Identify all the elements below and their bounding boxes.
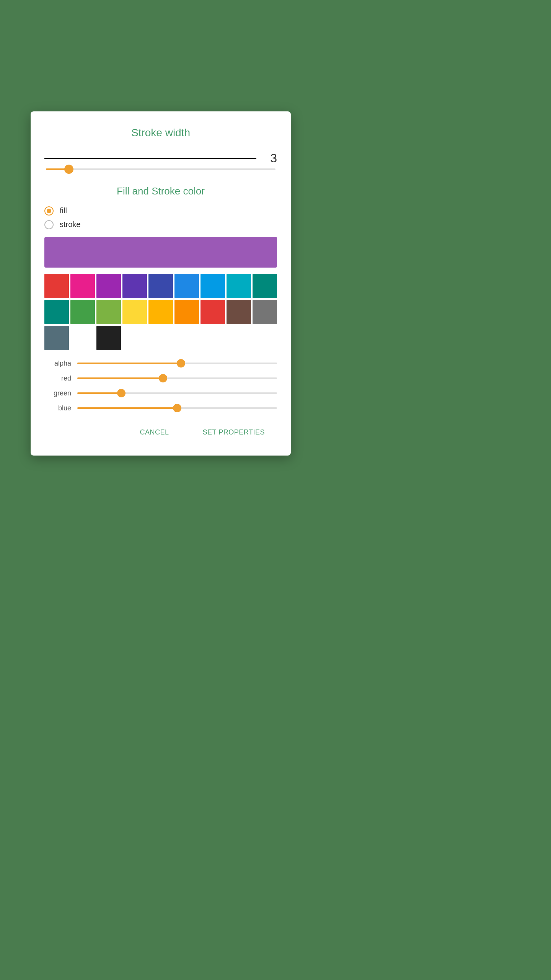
stroke-width-slider-track[interactable] — [46, 168, 276, 170]
green-slider-row: green — [44, 389, 277, 397]
color-cell-indigo[interactable] — [148, 274, 173, 298]
color-cell-green[interactable] — [70, 300, 95, 324]
color-cell-yellow[interactable] — [122, 300, 147, 324]
color-cell-empty-1 — [70, 326, 95, 350]
blue-slider-row: blue — [44, 404, 277, 412]
color-cell-empty-6 — [227, 326, 251, 350]
color-preview-bar[interactable] — [44, 237, 277, 268]
color-cell-red[interactable] — [44, 274, 69, 298]
fill-radio-item[interactable]: fill — [44, 206, 277, 216]
dialog-title: Stroke width — [44, 127, 277, 139]
color-cell-empty-3 — [148, 326, 173, 350]
alpha-slider-fill — [77, 363, 181, 364]
stroke-radio-label: stroke — [60, 220, 80, 229]
color-cell-teal2[interactable] — [44, 300, 69, 324]
color-cell-light-green[interactable] — [96, 300, 121, 324]
color-cell-purple[interactable] — [96, 274, 121, 298]
stroke-line-indicator — [44, 158, 256, 159]
fill-stroke-radio-group: fill stroke — [44, 206, 277, 229]
stroke-radio-button[interactable] — [44, 220, 54, 229]
color-cell-deep-orange[interactable] — [201, 300, 225, 324]
argb-sliders: alpha red green blue — [44, 359, 277, 412]
green-slider-thumb[interactable] — [117, 389, 126, 397]
color-cell-black[interactable] — [96, 326, 121, 350]
color-cell-light-blue[interactable] — [201, 274, 225, 298]
alpha-slider-track[interactable] — [77, 363, 277, 364]
blue-slider-track[interactable] — [77, 407, 277, 409]
fill-radio-label: fill — [60, 206, 67, 215]
set-properties-button[interactable]: SET PROPERTIES — [191, 423, 277, 442]
color-cell-grey[interactable] — [253, 300, 277, 324]
dialog-button-row: CANCEL SET PROPERTIES — [44, 423, 277, 442]
blue-slider-thumb[interactable] — [173, 404, 181, 412]
stroke-radio-item[interactable]: stroke — [44, 220, 277, 229]
green-slider-track[interactable] — [77, 392, 277, 394]
color-grid — [44, 274, 277, 350]
color-cell-empty-7 — [253, 326, 277, 350]
fill-radio-button[interactable] — [44, 206, 54, 216]
color-cell-amber[interactable] — [148, 300, 173, 324]
red-slider-fill — [77, 377, 163, 379]
alpha-slider-thumb[interactable] — [177, 359, 185, 368]
red-label: red — [44, 374, 71, 382]
color-cell-orange[interactable] — [174, 300, 199, 324]
fill-radio-selected-dot — [47, 209, 51, 213]
color-cell-deep-purple[interactable] — [122, 274, 147, 298]
stroke-value-row: 3 — [44, 151, 277, 165]
fill-stroke-section-title: Fill and Stroke color — [44, 185, 277, 197]
alpha-slider-row: alpha — [44, 359, 277, 368]
blue-slider-fill — [77, 407, 177, 409]
color-cell-blue-grey[interactable] — [44, 326, 69, 350]
red-slider-track[interactable] — [77, 377, 277, 379]
color-cell-cyan[interactable] — [227, 274, 251, 298]
color-cell-empty-4 — [174, 326, 199, 350]
green-label: green — [44, 389, 71, 397]
color-cell-blue[interactable] — [174, 274, 199, 298]
stroke-width-slider-thumb[interactable] — [64, 165, 73, 174]
blue-label: blue — [44, 404, 71, 412]
color-cell-pink[interactable] — [70, 274, 95, 298]
color-cell-brown[interactable] — [227, 300, 251, 324]
color-cell-teal[interactable] — [253, 274, 277, 298]
red-slider-thumb[interactable] — [159, 374, 167, 382]
stroke-width-slider-container — [44, 168, 277, 170]
color-cell-empty-2 — [122, 326, 147, 350]
color-cell-empty-5 — [201, 326, 225, 350]
stroke-width-dialog: Stroke width 3 Fill and Stroke color fil… — [31, 111, 291, 456]
red-slider-row: red — [44, 374, 277, 382]
alpha-label: alpha — [44, 359, 71, 368]
cancel-button[interactable]: CANCEL — [128, 423, 181, 442]
stroke-value-display: 3 — [266, 151, 277, 165]
green-slider-fill — [77, 392, 121, 394]
